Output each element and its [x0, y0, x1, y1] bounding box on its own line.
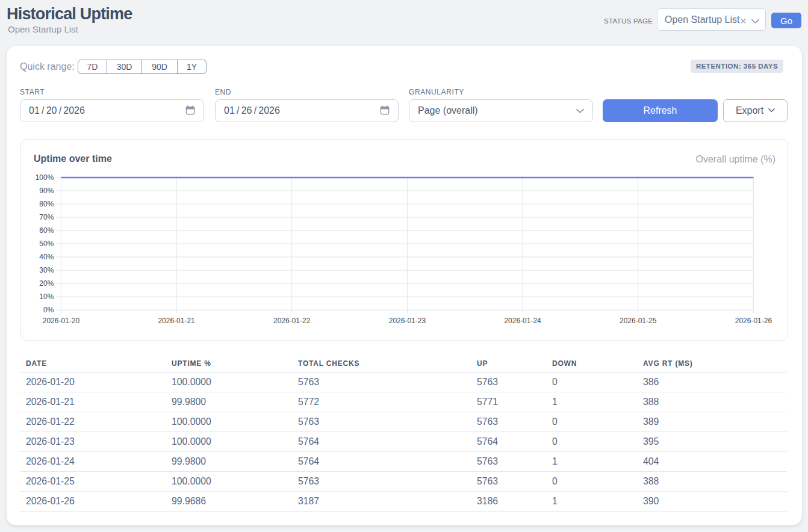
- svg-text:40%: 40%: [39, 253, 54, 261]
- svg-text:100%: 100%: [36, 173, 54, 182]
- svg-text:2026-01-20: 2026-01-20: [43, 317, 80, 325]
- svg-text:70%: 70%: [39, 213, 54, 221]
- svg-text:80%: 80%: [39, 200, 54, 208]
- svg-text:60%: 60%: [39, 226, 54, 235]
- svg-text:90%: 90%: [39, 187, 54, 195]
- svg-text:0%: 0%: [43, 306, 54, 314]
- svg-text:10%: 10%: [39, 292, 54, 301]
- svg-text:2026-01-23: 2026-01-23: [389, 317, 426, 325]
- svg-text:2026-01-22: 2026-01-22: [273, 317, 311, 325]
- svg-text:20%: 20%: [39, 279, 54, 288]
- svg-text:30%: 30%: [39, 266, 54, 274]
- svg-text:2026-01-26: 2026-01-26: [735, 317, 772, 325]
- svg-text:2026-01-24: 2026-01-24: [504, 317, 541, 325]
- svg-text:2026-01-21: 2026-01-21: [158, 317, 195, 325]
- svg-text:50%: 50%: [39, 240, 54, 248]
- svg-text:2026-01-25: 2026-01-25: [620, 317, 657, 325]
